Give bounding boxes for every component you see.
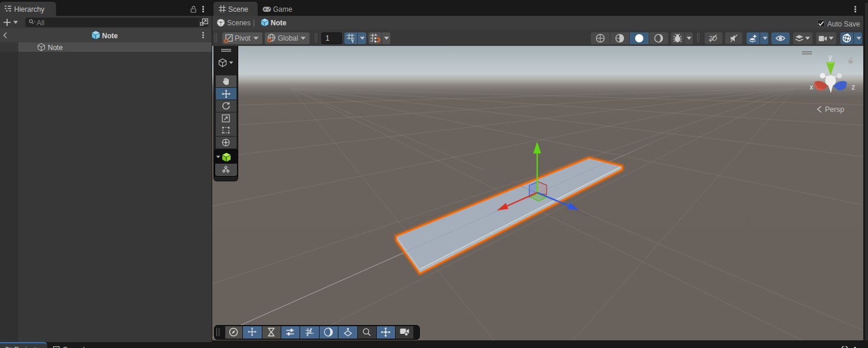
svg-text:x: x xyxy=(810,83,813,91)
svg-text:Y: Y xyxy=(351,38,354,44)
svg-text:y: y xyxy=(828,53,832,61)
svg-text:z: z xyxy=(851,83,855,91)
